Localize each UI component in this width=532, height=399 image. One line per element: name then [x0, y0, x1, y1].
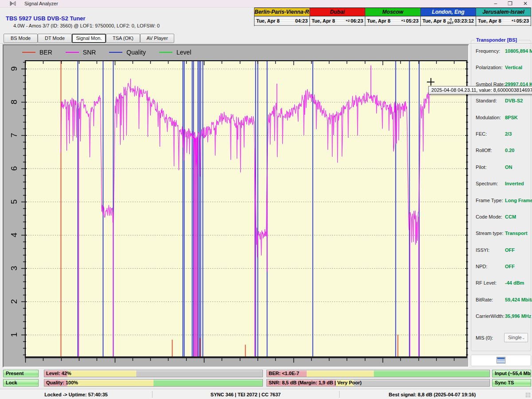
- field-label: ISSYI:: [476, 247, 489, 253]
- transponder-row: Spectrum:Inverted: [471, 179, 531, 196]
- minimize-button[interactable]: –: [494, 0, 497, 8]
- clock-time: 03:23:12: [454, 18, 474, 23]
- field-value: 2/3: [505, 131, 512, 137]
- clock-utc-offset: +2: [346, 19, 350, 23]
- transponder-row: BitRate:59,424 Mbit/s: [471, 295, 531, 312]
- mis-selected-value: Single: [508, 335, 522, 340]
- bar-segment-gray: [136, 370, 262, 377]
- mis-label: MIS (0):: [476, 335, 493, 340]
- clock-datetime: Tue, Apr 804:23: [254, 16, 309, 26]
- bar-segment-green: [153, 379, 262, 386]
- tab-av-player[interactable]: AV Player: [140, 34, 174, 43]
- status-bar: Locked -> Uptime: 57:40:35 SYNC 346 | TE…: [0, 389, 532, 399]
- clock-1: DubaiTue, Apr 8+206:23: [309, 8, 365, 26]
- transponder-row: RollOff:0.20: [471, 146, 531, 162]
- clock-date: Tue, Apr 8: [367, 18, 401, 23]
- field-label: Spectrum:: [476, 181, 498, 186]
- legend-item-level: Level: [159, 49, 191, 56]
- field-value: OFF: [505, 264, 515, 269]
- tab-signal-mon-[interactable]: Signal Mon.: [72, 34, 106, 43]
- chevron-down-icon: ⌄: [522, 333, 525, 342]
- field-label: Modulation:: [476, 115, 501, 120]
- transponder-group-title: Transponder [BS]: [475, 37, 518, 43]
- clock-date: Tue, Apr 8: [478, 18, 512, 23]
- field-label: RF Level:: [476, 280, 497, 286]
- spectrum-view-button[interactable]: [471, 355, 531, 366]
- maximize-button[interactable]: ❒: [508, 0, 512, 8]
- clock-date: Tue, Apr 8: [256, 18, 294, 23]
- field-label: CarrierWidth:: [476, 313, 505, 319]
- field-label: NPD:: [476, 264, 487, 269]
- tab-bar: BS ModeDT ModeSignal Mon.TSA (OK)AV Play…: [4, 34, 174, 43]
- clock-date: Tue, Apr 8: [422, 18, 447, 23]
- clock-0: Berlin-Paris-Vienna-RomaTue, Apr 804:23: [254, 8, 309, 26]
- field-value: OFF: [505, 247, 515, 253]
- legend-label: SNR: [83, 49, 96, 56]
- field-label: Frame Type:: [476, 198, 503, 203]
- title-bar: Signal Analyzer – ❒ ✕: [0, 0, 532, 8]
- transponder-row: RF Level:-44 dBm: [471, 278, 531, 295]
- field-label: Frequency:: [476, 48, 500, 54]
- clock-3: London, EngTue, Apr 8-1DST03:23:12: [420, 8, 476, 26]
- transponder-row: Standard:DVB-S2: [471, 96, 531, 113]
- quality-bar: Quality: 100%: [44, 379, 263, 387]
- status-uptime: Locked -> Uptime: 57:40:35: [0, 389, 152, 399]
- tab-tsa-ok-[interactable]: TSA (OK): [106, 34, 140, 43]
- field-label: RollOff:: [476, 148, 492, 153]
- legend-label: Level: [176, 49, 191, 56]
- legend-line-swatch: [66, 52, 79, 53]
- clock-time: 05:23: [406, 18, 419, 23]
- clock-utc-offset: +1: [512, 19, 516, 23]
- clock-datetime: Tue, Apr 8+105:23: [365, 16, 420, 26]
- transponder-row: Stream type:Transport: [471, 229, 531, 245]
- clock-4: Jerusalem-IsraelTue, Apr 8+105:23: [476, 8, 531, 26]
- field-value: 0.20: [505, 148, 514, 153]
- transponder-row: Frame Type:Long Frame: [471, 196, 531, 212]
- field-label: Pilot:: [476, 164, 486, 170]
- transponder-row: FEC:2/3: [471, 129, 531, 146]
- clock-city: Dubai: [310, 8, 365, 16]
- field-value: 10805,894 MHz: [505, 48, 532, 54]
- transponder-row: ISSYI:OFF: [471, 246, 531, 262]
- field-label: FEC:: [476, 131, 487, 137]
- field-value: Long Frame: [505, 198, 532, 203]
- field-label: BitRate:: [476, 297, 493, 302]
- signal-history-chart[interactable]: [4, 45, 468, 367]
- field-value: 59,424 Mbit/s: [505, 297, 532, 302]
- lock-indicator: Lock: [3, 379, 39, 387]
- sync-ts-button[interactable]: Sync TS: [492, 379, 531, 387]
- level-bar: Level: 42%: [44, 370, 263, 377]
- clock-datetime: Tue, Apr 8-1DST03:23:12: [421, 16, 476, 26]
- clock-city: Jerusalem-Israel: [476, 8, 531, 16]
- bar-label: SNR: 8,5 dB (Margin: 1,9 dB | Very Poor): [269, 380, 362, 385]
- field-label: Standard:: [476, 98, 497, 103]
- mis-row: MIS (0): Single ⌄: [471, 333, 531, 344]
- close-button[interactable]: ✕: [523, 0, 528, 8]
- clock-city: Moscow: [365, 8, 420, 16]
- snr-bar: SNR: 8,5 dB (Margin: 1,9 dB | Very Poor): [266, 379, 490, 387]
- clock-datetime: Tue, Apr 8+206:23: [310, 16, 365, 26]
- legend-item-quality: Quality: [109, 49, 146, 56]
- clock-date: Tue, Apr 8: [312, 18, 346, 23]
- tuner-title: TBS 5927 USB DVB-S2 Tuner: [6, 15, 86, 22]
- field-value: DVB-S2: [505, 98, 523, 103]
- legend-line-swatch: [159, 52, 172, 53]
- mis-dropdown[interactable]: Single ⌄: [504, 333, 528, 342]
- field-label: Code Mode:: [476, 214, 502, 219]
- tuner-subtitle: 4.0W - Amos 3/7 (ID: 3560) @ LOF1: 97500…: [13, 23, 160, 28]
- resize-grip[interactable]: [525, 392, 531, 398]
- clock-time: 05:23: [516, 18, 529, 23]
- transponder-row: Code Mode:CCM: [471, 212, 531, 229]
- legend-item-ber: BER: [22, 49, 52, 56]
- spectrum-icon: [497, 357, 505, 364]
- input-button[interactable]: Input (~55,4 Mbps): [492, 370, 531, 377]
- status-sync-counters: SYNC 346 | TEI 2072 | CC 7637: [152, 389, 339, 399]
- bar-segment-yellow: [67, 379, 153, 386]
- tab-dt-mode[interactable]: DT Mode: [38, 34, 72, 43]
- bar-label: Level: 42%: [46, 371, 71, 376]
- tab-bs-mode[interactable]: BS Mode: [4, 34, 38, 43]
- clock-time: 06:23: [351, 18, 363, 23]
- bar-segment-yellow: [67, 370, 136, 377]
- bar-label: Quality: 100%: [46, 380, 78, 385]
- clock-city: London, Eng: [421, 8, 476, 16]
